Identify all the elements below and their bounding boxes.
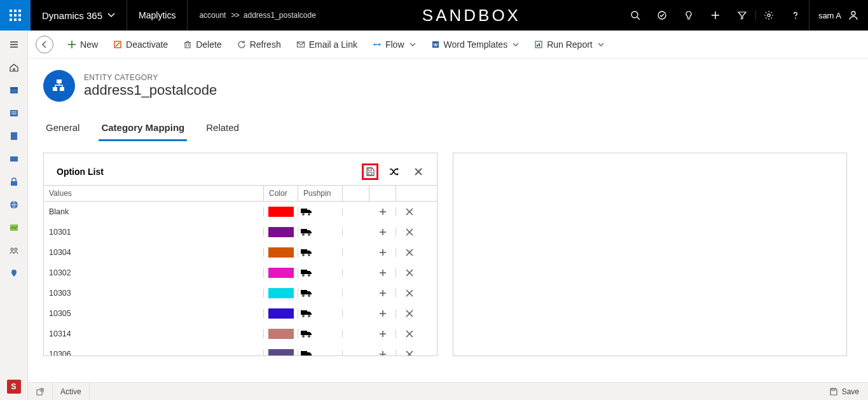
nav-item-3[interactable] xyxy=(0,125,28,148)
cmd-flow[interactable]: Flow xyxy=(365,31,424,58)
row-remove-button[interactable] xyxy=(396,207,423,216)
row-add-button[interactable] xyxy=(369,350,396,355)
row-pushpin[interactable] xyxy=(298,350,343,355)
row-pushpin[interactable] xyxy=(298,228,343,236)
row-remove-button[interactable] xyxy=(396,228,423,237)
entity-category-label: ENTITY CATEGORY xyxy=(84,73,217,82)
user-menu[interactable]: sam A xyxy=(809,0,868,31)
row-add-button[interactable] xyxy=(369,309,396,318)
brand-menu[interactable]: Dynamics 365 xyxy=(31,0,127,31)
option-row[interactable]: 10305 xyxy=(44,303,437,324)
nav-item-7[interactable] xyxy=(0,216,28,239)
add-button[interactable] xyxy=(702,10,729,20)
row-add-button[interactable] xyxy=(369,329,396,338)
app-launcher[interactable] xyxy=(0,0,31,31)
cmd-delete-label: Delete xyxy=(196,39,221,50)
plus-icon xyxy=(378,268,387,277)
row-color[interactable] xyxy=(264,308,298,319)
row-add-button[interactable] xyxy=(369,268,396,277)
svg-point-32 xyxy=(15,248,17,251)
row-remove-button[interactable] xyxy=(396,350,423,355)
search-button[interactable] xyxy=(622,10,649,20)
row-pushpin[interactable] xyxy=(298,289,343,297)
row-remove-button[interactable] xyxy=(396,329,423,338)
svg-point-16 xyxy=(795,18,796,19)
plus-icon xyxy=(378,248,387,257)
footer-save-button[interactable]: Save xyxy=(820,383,868,400)
nav-item-4[interactable] xyxy=(0,148,28,170)
hamburger-icon xyxy=(9,39,19,50)
row-add-button[interactable] xyxy=(369,207,396,216)
cmd-refresh[interactable]: Refresh xyxy=(230,31,289,58)
nav-item-6[interactable] xyxy=(0,193,28,216)
cmd-email[interactable]: Email a Link xyxy=(289,31,365,58)
option-row[interactable]: 10304 xyxy=(44,242,437,263)
option-list-shuffle-button[interactable] xyxy=(386,163,403,180)
cmd-new[interactable]: New xyxy=(60,31,106,58)
option-row[interactable]: 10302 xyxy=(44,263,437,283)
filter-button[interactable] xyxy=(729,10,755,20)
option-row[interactable]: 10303 xyxy=(44,283,437,303)
option-list-save-button[interactable] xyxy=(362,163,378,180)
lightbulb-button[interactable] xyxy=(675,10,702,20)
row-add-button[interactable] xyxy=(369,289,396,298)
svg-rect-111 xyxy=(301,331,307,335)
col-values[interactable]: Values xyxy=(44,186,264,201)
row-color[interactable] xyxy=(264,288,298,298)
nav-home[interactable] xyxy=(0,56,28,79)
option-list-body[interactable]: Blank10301103041030210303103051031410306 xyxy=(44,202,437,355)
app-name[interactable]: Maplytics xyxy=(127,0,188,31)
breadcrumb[interactable]: account > > address1_postalcode xyxy=(188,0,320,31)
row-pushpin[interactable] xyxy=(298,208,343,216)
tab-related[interactable]: Related xyxy=(203,118,242,141)
row-color[interactable] xyxy=(264,329,298,339)
save-icon xyxy=(829,387,838,396)
settings-button[interactable] xyxy=(755,10,782,20)
cmd-report[interactable]: Run Report xyxy=(527,31,612,58)
nav-item-5[interactable] xyxy=(0,170,28,193)
nav-bottom-badge[interactable]: S xyxy=(7,380,21,394)
task-button[interactable] xyxy=(649,10,675,20)
svg-rect-120 xyxy=(301,351,307,355)
option-row[interactable]: 10314 xyxy=(44,324,437,344)
option-row[interactable]: 10306 xyxy=(44,344,437,355)
col-pushpin[interactable]: Pushpin xyxy=(298,186,343,201)
col-color[interactable]: Color xyxy=(264,186,298,201)
row-color[interactable] xyxy=(264,227,298,237)
tab-general[interactable]: General xyxy=(43,118,82,141)
row-remove-button[interactable] xyxy=(396,248,423,257)
row-remove-button[interactable] xyxy=(396,289,423,298)
row-remove-button[interactable] xyxy=(396,268,423,277)
nav-item-1[interactable] xyxy=(0,79,28,102)
nav-item-8[interactable] xyxy=(0,239,28,262)
cmd-deactivate[interactable]: Deactivate xyxy=(106,31,176,58)
tab-category-mapping[interactable]: Category Mapping xyxy=(99,118,187,141)
row-pushpin[interactable] xyxy=(298,330,343,338)
svg-rect-0 xyxy=(10,10,12,12)
row-pushpin[interactable] xyxy=(298,269,343,277)
row-pushpin[interactable] xyxy=(298,310,343,317)
row-pushpin[interactable] xyxy=(298,249,343,256)
row-add-button[interactable] xyxy=(369,248,396,257)
svg-rect-1 xyxy=(14,10,17,12)
close-icon xyxy=(405,350,414,355)
back-button[interactable] xyxy=(36,36,53,53)
nav-hamburger[interactable] xyxy=(0,33,28,56)
row-color[interactable] xyxy=(264,268,298,278)
status-popout[interactable] xyxy=(28,383,53,400)
row-color[interactable] xyxy=(264,207,298,217)
option-row[interactable]: Blank xyxy=(44,202,437,222)
row-add-button[interactable] xyxy=(369,228,396,237)
close-icon xyxy=(405,268,414,277)
row-color[interactable] xyxy=(264,349,298,355)
row-color[interactable] xyxy=(264,247,298,258)
help-button[interactable] xyxy=(782,10,809,20)
cmd-delete[interactable]: Delete xyxy=(176,31,229,58)
nav-item-2[interactable] xyxy=(0,102,28,125)
option-row[interactable]: 10301 xyxy=(44,222,437,242)
status-active[interactable]: Active xyxy=(53,383,90,400)
row-remove-button[interactable] xyxy=(396,309,423,318)
nav-item-9[interactable] xyxy=(0,262,28,285)
option-list-close-button[interactable] xyxy=(410,163,427,180)
cmd-word[interactable]: W Word Templates xyxy=(424,31,527,58)
